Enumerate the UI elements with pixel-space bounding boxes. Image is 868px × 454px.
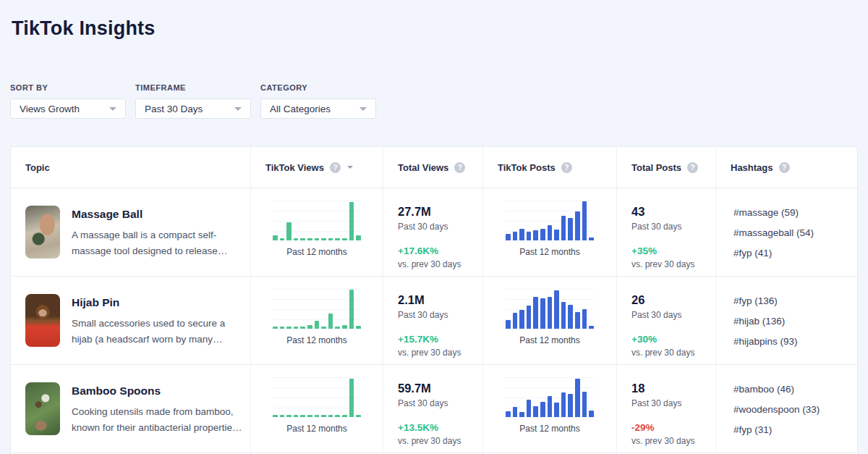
topic-title[interactable]: Hijab Pin <box>72 296 245 309</box>
hashtag-item[interactable]: #massage (59) <box>733 207 859 218</box>
topic-title[interactable]: Bamboo Spoons <box>72 384 245 398</box>
posts-sparkline-chart <box>506 289 594 329</box>
filter-group-category: CATEGORY All Categories <box>260 83 376 119</box>
column-header-topic: Topic <box>11 147 250 188</box>
spark-bar <box>561 216 566 240</box>
hashtag-item[interactable]: #woodenspoon (33) <box>733 404 859 415</box>
table-row[interactable]: Bamboo Spoons Cooking utensils made from… <box>11 365 857 453</box>
total-posts-cell: 43 Past 30 days +35% vs. prev 30 days <box>616 188 715 276</box>
spark-bar <box>548 396 553 417</box>
spark-bar <box>307 415 312 417</box>
help-icon[interactable]: ? <box>687 162 698 173</box>
help-icon[interactable]: ? <box>561 162 572 173</box>
total-posts-value: 18 <box>631 382 715 395</box>
hashtags-cell: #fyp (136)#hijab (136)#hijabpins (93) <box>715 277 859 364</box>
hashtag-item[interactable]: #fyp (31) <box>733 424 859 435</box>
spark-bar <box>519 412 524 417</box>
category-value: All Categories <box>270 104 331 114</box>
total-posts-period: Past 30 days <box>631 398 715 408</box>
spark-bar <box>589 326 594 329</box>
column-header-tiktok-views[interactable]: TikTok Views ? <box>250 147 383 188</box>
spark-bar <box>589 237 594 240</box>
spark-bar <box>554 230 559 240</box>
table-row[interactable]: Hijab Pin Small accessories used to secu… <box>11 277 857 365</box>
total-views-cell: 27.7M Past 30 days +17.6K% vs. prev 30 d… <box>383 188 482 276</box>
topic-description: Small accessories used to secure a hijab… <box>72 316 245 348</box>
spark-bar <box>548 297 553 329</box>
views-delta-badge: +13.5K% <box>398 422 482 433</box>
spark-bar <box>533 406 538 417</box>
spark-bar <box>294 415 299 417</box>
spark-bar <box>349 379 354 417</box>
posts-sparkline-chart <box>506 201 594 240</box>
spark-bar <box>575 211 580 240</box>
posts-delta-caption: vs. prev 30 days <box>631 436 715 446</box>
column-header-hashtags: Hashtags ? <box>715 147 859 188</box>
topic-thumbnail[interactable] <box>25 294 60 347</box>
spark-bar <box>328 314 333 329</box>
hashtag-item[interactable]: #fyp (41) <box>733 248 859 258</box>
spark-bar <box>513 407 518 417</box>
column-header-total-posts: Total Posts ? <box>616 147 715 188</box>
spark-bar <box>335 415 340 417</box>
posts-chart-caption: Past 12 months <box>519 424 579 434</box>
sort-caret-icon[interactable] <box>347 166 353 169</box>
posts-delta-caption: vs. prev 30 days <box>631 259 715 269</box>
sort-by-value: Views Growth <box>20 104 80 114</box>
spark-bar <box>335 238 340 240</box>
posts-delta-badge: +35% <box>631 245 715 256</box>
help-icon[interactable]: ? <box>330 162 341 173</box>
topic-description: A massage ball is a compact self-massage… <box>72 227 245 259</box>
total-views-period: Past 30 days <box>398 398 482 408</box>
spark-bar <box>513 232 518 240</box>
spark-bar <box>506 320 511 329</box>
help-icon[interactable]: ? <box>779 162 790 173</box>
total-posts-cell: 18 Past 30 days -29% vs. prev 30 days <box>616 365 715 453</box>
tiktok-views-chart-cell: Past 12 months <box>250 365 383 453</box>
timeframe-label: TIMEFRAME <box>135 83 251 92</box>
topic-title[interactable]: Massage Ball <box>72 208 245 221</box>
spark-bar <box>356 326 361 329</box>
posts-delta-badge: -29% <box>631 422 715 433</box>
table-row[interactable]: Massage Ball A massage ball is a compact… <box>11 188 857 277</box>
spark-bar <box>342 238 347 240</box>
views-delta-caption: vs. prev 30 days <box>398 259 482 269</box>
spark-bar <box>506 234 511 240</box>
tiktok-posts-chart-cell: Past 12 months <box>482 188 616 276</box>
total-views-period: Past 30 days <box>398 310 482 320</box>
spark-bar <box>519 229 524 241</box>
spark-bar <box>315 238 320 240</box>
topic-thumbnail[interactable] <box>25 206 60 258</box>
spark-bar <box>349 202 354 240</box>
hashtag-item[interactable]: #massageball (54) <box>733 227 859 238</box>
table-header-row: Topic TikTok Views ? Total Views ? TikTo… <box>11 147 857 188</box>
spark-bar <box>582 392 587 417</box>
total-views-cell: 59.7M Past 30 days +13.5K% vs. prev 30 d… <box>383 365 482 453</box>
posts-chart-caption: Past 12 months <box>519 247 579 257</box>
spark-bar <box>300 415 305 417</box>
chevron-down-icon <box>109 107 116 111</box>
timeframe-select[interactable]: Past 30 Days <box>135 98 251 119</box>
views-chart-caption: Past 12 months <box>286 424 346 434</box>
column-header-total-views: Total Views ? <box>383 147 482 188</box>
spark-bar <box>589 411 594 417</box>
hashtag-item[interactable]: #fyp (136) <box>733 295 859 306</box>
sort-by-select[interactable]: Views Growth <box>10 98 126 119</box>
spark-bar <box>582 201 587 240</box>
spark-bar <box>533 230 538 240</box>
topic-thumbnail[interactable] <box>25 382 60 435</box>
category-select[interactable]: All Categories <box>260 98 376 119</box>
views-chart-caption: Past 12 months <box>286 247 346 257</box>
spark-bar <box>349 290 354 329</box>
hashtag-item[interactable]: #hijabpins (93) <box>733 336 859 347</box>
spark-bar <box>506 411 511 417</box>
hashtag-item[interactable]: #hijab (136) <box>733 316 859 327</box>
posts-sparkline-chart <box>506 377 594 417</box>
views-delta-caption: vs. prev 30 days <box>398 436 482 446</box>
spark-bar <box>300 238 305 240</box>
spark-bar <box>307 325 312 329</box>
help-icon[interactable]: ? <box>454 162 465 173</box>
hashtag-item[interactable]: #bamboo (46) <box>733 384 859 395</box>
spark-bar <box>321 415 326 417</box>
views-delta-caption: vs. prev 30 days <box>398 348 482 358</box>
